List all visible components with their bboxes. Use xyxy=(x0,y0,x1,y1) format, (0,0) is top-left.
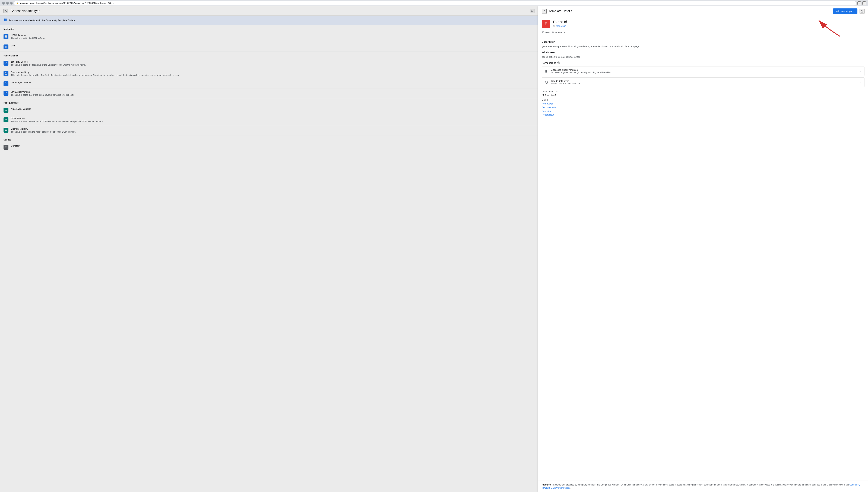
back-button[interactable] xyxy=(542,9,547,14)
svg-line-14 xyxy=(862,10,863,11)
var-desc: The value is set to the first value of t… xyxy=(11,64,534,67)
var-desc: The value is set to that of the global J… xyxy=(11,94,534,97)
close-button[interactable]: ✕ xyxy=(3,9,8,13)
info-icon[interactable]: ⓘ xyxy=(557,62,560,65)
var-name: DOM Element xyxy=(11,117,534,120)
doc-icon xyxy=(3,91,8,96)
tag-icon xyxy=(552,31,554,34)
var-info: Custom JavaScript This variable uses the… xyxy=(11,71,534,77)
svg-rect-20 xyxy=(553,32,554,33)
section-page-elements: Page Elements xyxy=(0,99,538,105)
svg-point-0 xyxy=(531,10,533,12)
var-info: DOM Element The value is set to the text… xyxy=(11,117,534,123)
svg-rect-4 xyxy=(4,20,5,21)
external-link-button[interactable] xyxy=(860,9,865,14)
more-options-button[interactable]: ⋮ xyxy=(862,1,866,5)
list-item[interactable]: Auto-Event Variable xyxy=(0,105,538,115)
attention-label: Attention xyxy=(542,484,551,486)
section-page-variables: Page Variables xyxy=(0,52,538,58)
var-name: JavaScript Variable xyxy=(11,91,534,93)
links-list: Homepage Documentation Repository Report… xyxy=(542,102,865,116)
list-item[interactable]: JavaScript Variable The value is set to … xyxy=(0,89,538,99)
var-desc: The value is set to the HTTP referrer. xyxy=(11,37,534,40)
data-layer-icon xyxy=(544,80,549,85)
documentation-link[interactable]: Documentation xyxy=(542,106,865,109)
var-name: 1st Party Cookie xyxy=(11,60,534,63)
chevron-right-icon: › xyxy=(533,19,534,22)
permissions-label: Permissions xyxy=(542,62,556,64)
var-info: Element Visibility The value is based on… xyxy=(11,127,534,133)
bookmark-button[interactable]: ☆ xyxy=(858,1,861,5)
template-meta: Event Id by mbaersch xyxy=(553,20,567,27)
globe-icon xyxy=(3,45,8,49)
permission-header[interactable]: Reads data layer Reads data from the dat… xyxy=(542,77,864,87)
var-name: Auto-Event Variable xyxy=(11,107,534,110)
list-item[interactable]: 1st Party Cookie The value is set to the… xyxy=(0,58,538,69)
list-item[interactable]: Constant xyxy=(0,143,538,152)
right-panel-title: Template Details xyxy=(549,9,831,13)
svg-point-12 xyxy=(6,147,6,148)
attention-text: : The templates provided by third party … xyxy=(551,484,849,486)
svg-rect-21 xyxy=(546,70,547,71)
perm-desc: Accesses a global variable (potentially … xyxy=(551,71,858,74)
code-icon xyxy=(3,108,8,113)
author-link[interactable]: mbaersch xyxy=(556,25,566,27)
globe-icon xyxy=(3,34,8,39)
community-banner-text: Discover more variable types in the Comm… xyxy=(9,19,531,22)
back-button[interactable]: ← xyxy=(2,2,5,5)
template-author: by mbaersch xyxy=(553,25,567,27)
tag-variable-label: VARIABLE xyxy=(555,31,565,34)
template-name: Event Id xyxy=(553,20,567,24)
template-header: E Event Id by mbaersch xyxy=(542,20,865,28)
var-info: 1st Party Cookie The value is set to the… xyxy=(11,60,534,67)
last-updated-label: LAST UPDATED xyxy=(542,91,865,93)
community-template-gallery-banner[interactable]: Discover more variable types in the Comm… xyxy=(0,16,538,25)
left-panel-header: ✕ Choose variable type xyxy=(0,6,538,16)
doc-icon xyxy=(3,61,8,66)
svg-marker-24 xyxy=(546,81,548,82)
section-utilities: Utilities xyxy=(0,136,538,143)
permission-header[interactable]: Accesses global variables Accesses a glo… xyxy=(542,67,864,76)
list-item[interactable]: Data Layer Variable xyxy=(0,79,538,89)
attention-period: . xyxy=(570,487,571,489)
svg-rect-2 xyxy=(4,19,5,20)
search-button[interactable] xyxy=(530,9,534,13)
var-name: Constant xyxy=(11,145,534,147)
add-to-workspace-button[interactable]: Add to workspace xyxy=(833,8,858,14)
variable-list: Navigation HTTP Referrer The value is se… xyxy=(0,25,538,492)
doc-icon xyxy=(3,71,8,76)
reload-button[interactable]: ↻ xyxy=(10,2,13,5)
browser-chrome: ← → ↻ 🔒 tagmanager.google.com/#/containe… xyxy=(0,0,868,6)
list-item[interactable]: URL xyxy=(0,42,538,52)
whats-new-text: added option to use a custom counter. xyxy=(542,55,865,59)
report-issue-link[interactable]: Report issue xyxy=(542,114,865,116)
var-info: Constant xyxy=(11,145,534,148)
right-panel: Template Details Add to workspace E Even… xyxy=(538,6,868,492)
permissions-title: Permissions ⓘ xyxy=(542,62,865,65)
tag-web-label: WEB xyxy=(545,31,550,34)
address-bar[interactable]: 🔒 tagmanager.google.com/#/container/acco… xyxy=(14,1,856,5)
homepage-link[interactable]: Homepage xyxy=(542,102,865,105)
code-icon xyxy=(3,117,8,122)
list-item[interactable]: Element Visibility The value is based on… xyxy=(0,125,538,136)
list-item[interactable]: HTTP Referrer The value is set to the HT… xyxy=(0,32,538,42)
browser-nav-controls: ← → ↻ xyxy=(2,2,13,5)
svg-rect-3 xyxy=(5,19,7,20)
section-navigation: Navigation xyxy=(0,25,538,32)
tag-variable: VARIABLE xyxy=(552,31,565,34)
right-panel-body: E Event Id by mbaersch WEB xyxy=(538,16,868,481)
list-item[interactable]: DOM Element The value is set to the text… xyxy=(0,115,538,125)
browser-actions: ☆ ⋮ xyxy=(858,1,866,5)
forward-button[interactable]: → xyxy=(6,2,9,5)
list-item[interactable]: Custom JavaScript This variable uses the… xyxy=(0,69,538,79)
doc-icon xyxy=(3,81,8,86)
repository-link[interactable]: Repository xyxy=(542,110,865,113)
chevron-down-icon: ⌄ xyxy=(860,70,862,73)
code-icon xyxy=(3,128,8,132)
template-tags: WEB VARIABLE xyxy=(542,31,865,37)
perm-info: Reads data layer Reads data from the dat… xyxy=(551,80,858,85)
links-label: LINKS xyxy=(542,99,865,101)
var-name: Custom JavaScript xyxy=(11,71,534,74)
main-content: ✕ Choose variable type Discover more var… xyxy=(0,6,868,492)
attention-box: Attention: The templates provided by thi… xyxy=(538,481,868,492)
